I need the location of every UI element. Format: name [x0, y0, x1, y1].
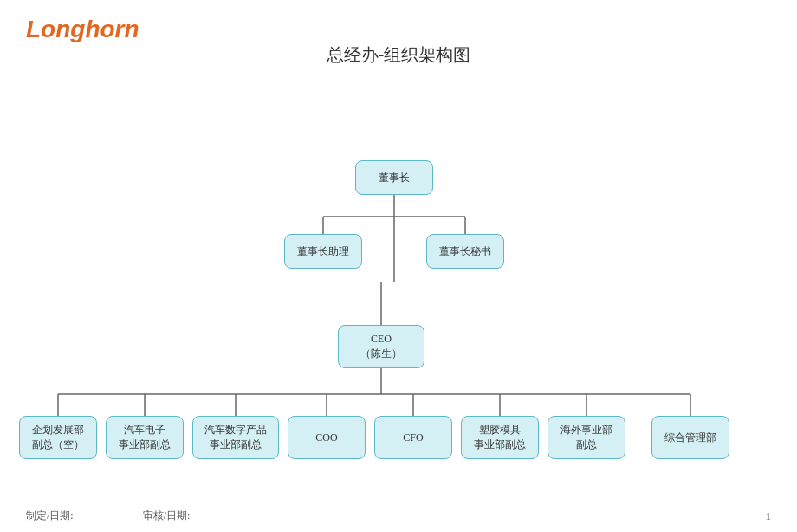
logo: Longhorn [26, 16, 139, 43]
org-chart: 董事长 董事长助理 董事长秘书 CEO （陈生） 企划发展部 副总（空） 汽车电… [0, 74, 797, 497]
node-dept7: 海外事业部 副总 [548, 416, 625, 459]
node-ceo: CEO （陈生） [338, 325, 424, 368]
node-chairman: 董事长 [355, 160, 433, 195]
node-secretary: 董事长秘书 [426, 234, 504, 269]
node-dept6: 塑胶模具 事业部副总 [461, 416, 539, 459]
node-assistant: 董事长助理 [284, 234, 362, 269]
node-cfo: CFO [374, 416, 452, 459]
node-dept2: 汽车电子 事业部副总 [106, 416, 184, 459]
node-dept1: 企划发展部 副总（空） [19, 416, 97, 459]
footer-page: 1 [766, 509, 772, 523]
footer: 制定/日期: 审核/日期: 1 [0, 509, 797, 523]
footer-create-label: 制定/日期: [26, 509, 74, 523]
node-dept8: 综合管理部 [651, 416, 729, 459]
page-title: 总经办-组织架构图 [0, 43, 797, 67]
node-coo: COO [288, 416, 366, 459]
node-dept3: 汽车数字产品 事业部副总 [192, 416, 279, 459]
footer-review-label: 审核/日期: [143, 509, 191, 523]
